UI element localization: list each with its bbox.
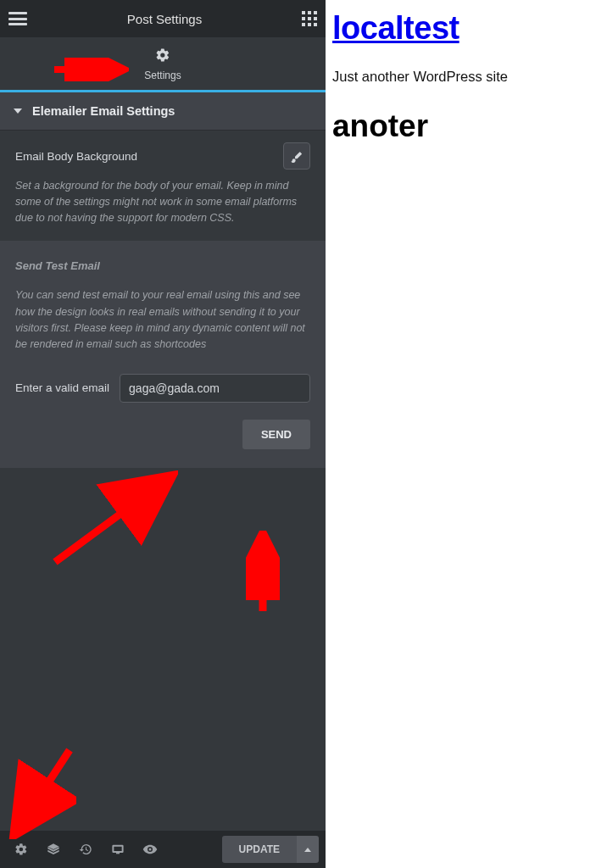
footer-settings-icon[interactable] [7, 835, 36, 864]
brush-icon [290, 149, 304, 163]
tab-settings[interactable]: Settings [0, 37, 326, 92]
control-description: Set a background for the body of your em… [15, 178, 310, 225]
footer-responsive-icon[interactable] [103, 835, 132, 864]
apps-icon[interactable] [302, 11, 317, 26]
section-elemailer-settings[interactable]: Elemailer Email Settings [0, 92, 326, 130]
tab-settings-label: Settings [144, 70, 181, 81]
footer-history-icon[interactable] [71, 835, 100, 864]
send-button[interactable]: SEND [242, 420, 310, 449]
control-email-body-background: Email Body Background Set a background f… [0, 130, 326, 241]
control-label: Email Body Background [15, 150, 137, 163]
background-picker-button[interactable] [283, 142, 310, 170]
email-input[interactable] [120, 374, 310, 403]
footer-navigator-icon[interactable] [39, 835, 68, 864]
update-button-group: UPDATE [222, 836, 319, 863]
email-input-label: Enter a valid email [15, 381, 109, 394]
caret-up-icon [304, 848, 311, 852]
gear-icon [155, 47, 170, 66]
post-title: anoter [332, 108, 600, 144]
preview-pane: localtest Just another WordPress site an… [326, 0, 607, 868]
caret-down-icon [14, 108, 22, 114]
update-options-button[interactable] [297, 836, 319, 863]
site-tagline: Just another WordPress site [332, 69, 600, 85]
section-title: Elemailer Email Settings [32, 104, 175, 118]
panel-footer: UPDATE [0, 831, 326, 868]
panel-title: Post Settings [27, 12, 302, 26]
editor-panel: Post Settings Settings Elemailer Email S… [0, 0, 326, 868]
menu-icon[interactable] [8, 12, 27, 25]
update-button[interactable]: UPDATE [222, 836, 297, 863]
send-test-title: Send Test Email [15, 259, 310, 272]
svg-rect-1 [116, 853, 120, 854]
panel-filler [0, 468, 326, 831]
footer-preview-icon[interactable] [136, 835, 164, 864]
panel-header: Post Settings [0, 0, 326, 37]
send-test-email-block: Send Test Email You can send test email … [0, 241, 326, 468]
send-test-description: You can send test email to your real ema… [15, 287, 310, 353]
site-title-link[interactable]: localtest [332, 10, 459, 46]
